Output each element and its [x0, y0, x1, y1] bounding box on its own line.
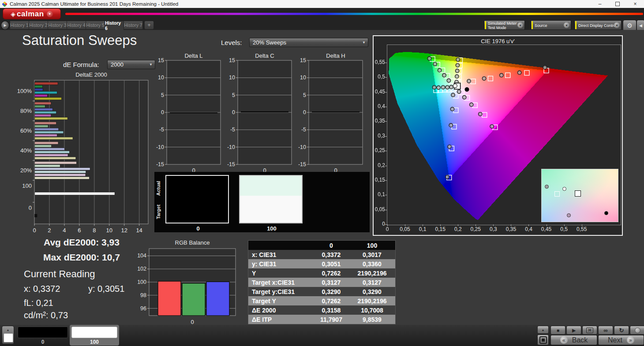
simulated-meter-dropdown[interactable]: Simulated Meter Test Mode▼ [484, 20, 525, 30]
window-title: Calman 2025 Calman Ultimate for Business… [10, 1, 178, 7]
svg-text:0: 0 [191, 319, 194, 325]
inset-target-square [554, 191, 560, 197]
stop-square-icon [539, 336, 547, 344]
chevron-up-icon: ▲ [542, 328, 545, 331]
tab-history-2[interactable]: History 2 [29, 21, 48, 30]
window-titlebar: Calman 2025 Calman Ultimate for Business… [0, 0, 644, 8]
target-color [166, 196, 228, 223]
play-button[interactable]: ▶ [566, 326, 581, 335]
tick-mark [385, 63, 387, 63]
minimize-button[interactable]: – [591, 0, 609, 8]
cie-y-tick: 0,05 [374, 206, 385, 212]
patch-swatch-100 [239, 175, 303, 223]
tick-mark [405, 224, 405, 226]
record-button[interactable] [630, 326, 644, 335]
de-formula-value: 2000 [111, 61, 124, 68]
meter-button[interactable]: H [582, 326, 597, 335]
record-icon [635, 327, 640, 333]
svg-text:Delta C: Delta C [255, 52, 274, 59]
cie-x-tick: 0,3 [485, 226, 501, 232]
stop-pattern-button[interactable] [537, 335, 549, 345]
chevron-down-icon: ▼ [517, 22, 523, 28]
tick-mark [458, 224, 458, 226]
tick-mark [385, 166, 387, 166]
restore-button[interactable] [609, 0, 626, 8]
stop-button[interactable]: ■ [550, 326, 565, 335]
loop-icon: ∞ [603, 327, 607, 334]
pattern-swatch-0[interactable]: 0 [16, 325, 70, 346]
levels-dropdown[interactable]: 20% Sweeps ▼ [249, 38, 368, 47]
tab-history-7[interactable]: History 7 [124, 21, 143, 30]
tab-history-4[interactable]: History 4 [67, 21, 86, 30]
de-formula-dropdown[interactable]: 2000 ▼ [107, 60, 155, 69]
tick-mark [564, 224, 565, 226]
value-100: 10,7008 [349, 307, 395, 314]
svg-text:-10: -10 [298, 144, 306, 150]
tick-mark [385, 136, 387, 137]
svg-text:100: 100 [22, 182, 32, 189]
value-0: 0,3372 [314, 251, 349, 258]
svg-text:0: 0 [303, 109, 306, 115]
cie-y-tick: 0,35 [374, 118, 385, 124]
close-button[interactable]: × [626, 0, 644, 8]
cie-y-tick: 0,2 [374, 162, 385, 168]
main-content: Saturation Sweeps Levels: 20% Sweeps ▼ d… [0, 30, 644, 325]
svg-text:-5: -5 [159, 126, 164, 133]
svg-text:-10: -10 [227, 144, 235, 150]
restore-icon [615, 2, 620, 6]
tick-mark [385, 180, 387, 181]
svg-text:0: 0 [29, 205, 32, 211]
tick-mark [385, 195, 387, 195]
svg-text:-15: -15 [227, 161, 235, 167]
actual-target-swatch-panel: Actual Target 0100 [154, 172, 370, 232]
patch-label: 100 [239, 225, 304, 232]
cie-x-tick: 0,45 [539, 226, 554, 232]
delta-c-chart: -15-10-5051015Delta C0 [225, 53, 293, 175]
svg-text:-10: -10 [156, 144, 164, 150]
svg-text:98: 98 [140, 292, 146, 298]
calman-app-window: Calman 2025 Calman Ultimate for Business… [0, 0, 644, 346]
stop-icon: ■ [557, 328, 559, 333]
value-100: 2190,2196 [349, 270, 395, 277]
pattern-popup-button[interactable]: ▲ [2, 326, 14, 344]
value-0: 0,7262 [314, 298, 349, 305]
table-row: Target x:CIE310,31270,3127 [248, 278, 395, 287]
refresh-button[interactable]: ↻ [614, 326, 629, 335]
row-label: y: CIE31 [248, 260, 314, 268]
pattern-swatch-100[interactable]: 100 [70, 325, 119, 346]
levels-value: 20% Sweeps [253, 39, 286, 46]
row-label: x: CIE31 [248, 251, 314, 258]
actual-color [240, 176, 302, 196]
back-button[interactable]: « Back [550, 335, 597, 345]
table-header-0: 0 [314, 242, 349, 249]
tick-mark [493, 224, 494, 226]
tab-history-1[interactable]: History 1 [10, 21, 29, 30]
bottom-toolbar: ▲ 0100 ▲ ■▶H∞↻ « Back Next » [0, 325, 644, 346]
rainbow-gradient-bar [65, 13, 643, 15]
patch-swatch-0 [165, 175, 229, 223]
svg-text:0: 0 [161, 109, 164, 115]
value-0: 0,3290 [314, 288, 349, 295]
tick-mark [440, 224, 441, 226]
tab-scroll-button[interactable]: ▶ [1, 21, 9, 30]
direct-display-control-dropdown[interactable]: Direct Display Control▼ [574, 20, 622, 30]
next-button[interactable]: Next » [598, 335, 644, 345]
row-label: Target Y [248, 298, 314, 305]
page-title: Saturation Sweeps [22, 33, 137, 48]
target-row-label: Target [156, 201, 161, 223]
calman-logo-button[interactable]: ◈ calman ▼ [3, 8, 61, 19]
expand-controls-button[interactable]: ▲ [537, 326, 549, 334]
tab-history-3[interactable]: History 3 [48, 21, 67, 30]
swatch-label: 0 [16, 339, 70, 345]
cie-x-tick: 0,5 [556, 226, 572, 232]
svg-text:60%: 60% [20, 127, 32, 134]
svg-text:40%: 40% [20, 147, 32, 154]
chevron-down-icon: ▼ [614, 22, 620, 28]
add-tab-button[interactable]: + [144, 21, 154, 30]
tab-history-5[interactable]: History 5 [86, 21, 105, 30]
source-dropdown[interactable]: Source▼ [531, 20, 571, 30]
tab-history-6[interactable]: History 6 [105, 21, 124, 30]
loop-button[interactable]: ∞ [598, 326, 613, 335]
toolbar-button-label: Simulated Meter Test Mode [488, 21, 517, 30]
play-icon: ▶ [572, 328, 576, 333]
